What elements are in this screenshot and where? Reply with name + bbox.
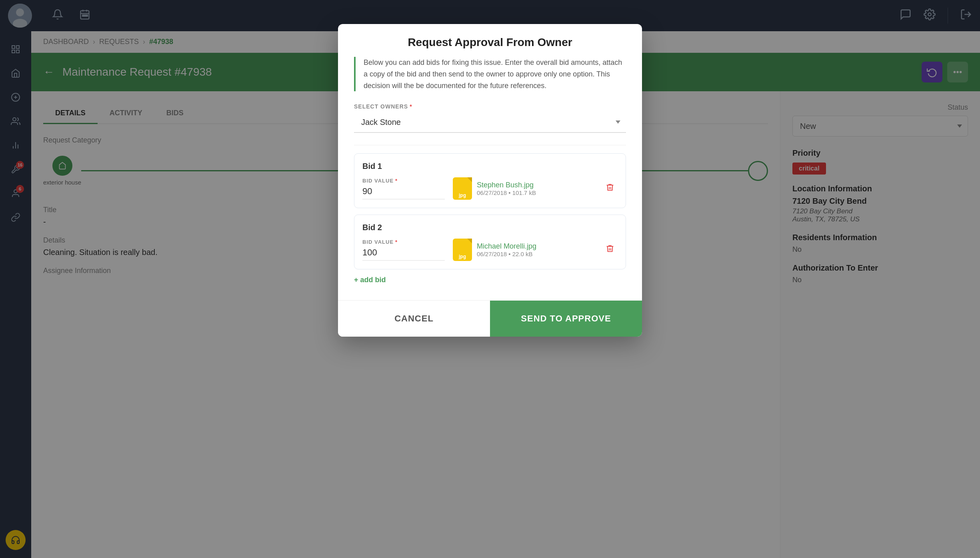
bid-2-delete-button[interactable]	[602, 241, 618, 259]
bid-1-title: Bid 1	[362, 162, 618, 171]
bid-2-file-info: Michael Morelli.jpg 06/27/2018 • 22.0 kB	[477, 242, 598, 257]
cancel-button[interactable]: CANCEL	[338, 301, 490, 337]
bid-2-title: Bid 2	[362, 223, 618, 232]
bid-card-1: Bid 1 BID VALUE* jpg Stephen Bush.jpg	[354, 153, 626, 208]
modal-title: Request Approval From Owner	[354, 36, 626, 49]
bid-2-value-field: BID VALUE*	[362, 239, 445, 261]
bid-2-file: jpg Michael Morelli.jpg 06/27/2018 • 22.…	[453, 239, 618, 261]
bid-2-file-name[interactable]: Michael Morelli.jpg	[477, 242, 598, 251]
modal-description: Below you can add bids for fixing this i…	[354, 57, 626, 91]
owners-select-label: SELECT OWNERS*	[354, 103, 626, 110]
bid-2-file-icon: jpg	[453, 239, 472, 261]
add-bid-button[interactable]: + add bid	[354, 276, 626, 284]
bid-2-value-label: BID VALUE*	[362, 239, 445, 245]
owners-select[interactable]: Jack Stone	[354, 112, 626, 133]
bid-1-value-field: BID VALUE*	[362, 178, 445, 199]
modal-footer: CANCEL SEND TO APPROVE	[338, 300, 642, 337]
bid-1-file-meta: 06/27/2018 • 101.7 kB	[477, 189, 598, 196]
bid-1-file: jpg Stephen Bush.jpg 06/27/2018 • 101.7 …	[453, 177, 618, 200]
bid-card-2: Bid 2 BID VALUE* jpg Michael Morelli.j	[354, 215, 626, 269]
bid-2-row: BID VALUE* jpg Michael Morelli.jpg 06/27…	[362, 239, 618, 261]
bid-1-row: BID VALUE* jpg Stephen Bush.jpg 06/27/20…	[362, 177, 618, 200]
bid-1-value-input[interactable]	[362, 184, 445, 199]
owners-required-marker: *	[410, 103, 412, 110]
bid-1-file-info: Stephen Bush.jpg 06/27/2018 • 101.7 kB	[477, 181, 598, 196]
bid-1-file-name[interactable]: Stephen Bush.jpg	[477, 181, 598, 189]
bid-1-delete-button[interactable]	[602, 180, 618, 197]
bid-1-file-ext: jpg	[459, 193, 466, 198]
send-to-approve-button[interactable]: SEND TO APPROVE	[490, 301, 642, 337]
bid-1-value-label: BID VALUE*	[362, 178, 445, 184]
modal-header: Request Approval From Owner	[338, 24, 642, 57]
modal-divider	[354, 145, 626, 145]
bid-2-file-ext: jpg	[459, 254, 466, 259]
modal: Request Approval From Owner Below you ca…	[338, 24, 642, 337]
bid-1-file-icon: jpg	[453, 177, 472, 200]
owners-select-field: SELECT OWNERS* Jack Stone	[354, 103, 626, 133]
modal-overlay[interactable]: Request Approval From Owner Below you ca…	[0, 0, 980, 558]
bid-2-value-input[interactable]	[362, 245, 445, 261]
modal-body: Below you can add bids for fixing this i…	[338, 57, 642, 300]
bid-2-file-meta: 06/27/2018 • 22.0 kB	[477, 251, 598, 257]
